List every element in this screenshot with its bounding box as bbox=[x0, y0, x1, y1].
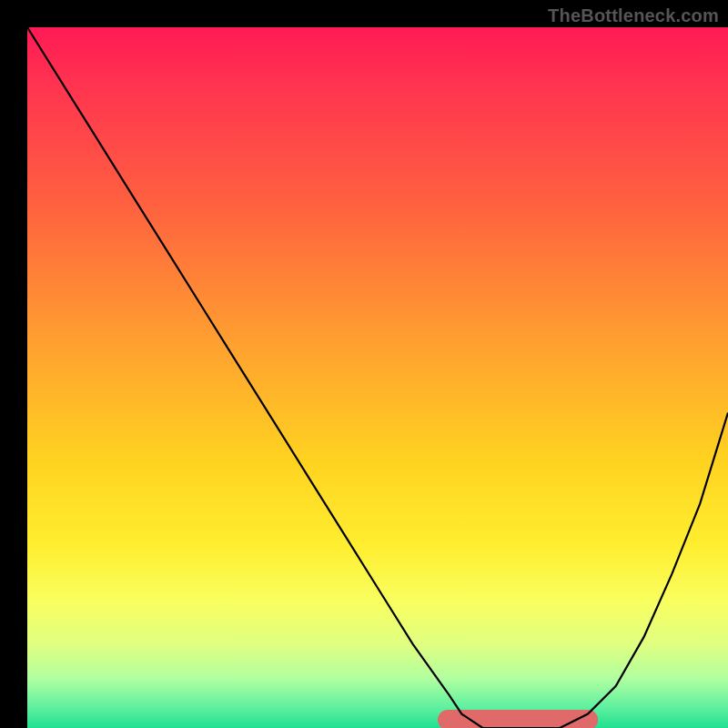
data-curve bbox=[27, 27, 728, 728]
chart-frame: TheBottleneck.com bbox=[0, 0, 728, 728]
chart-svg bbox=[27, 27, 728, 728]
watermark-text: TheBottleneck.com bbox=[548, 5, 719, 26]
plot-area bbox=[27, 27, 728, 728]
